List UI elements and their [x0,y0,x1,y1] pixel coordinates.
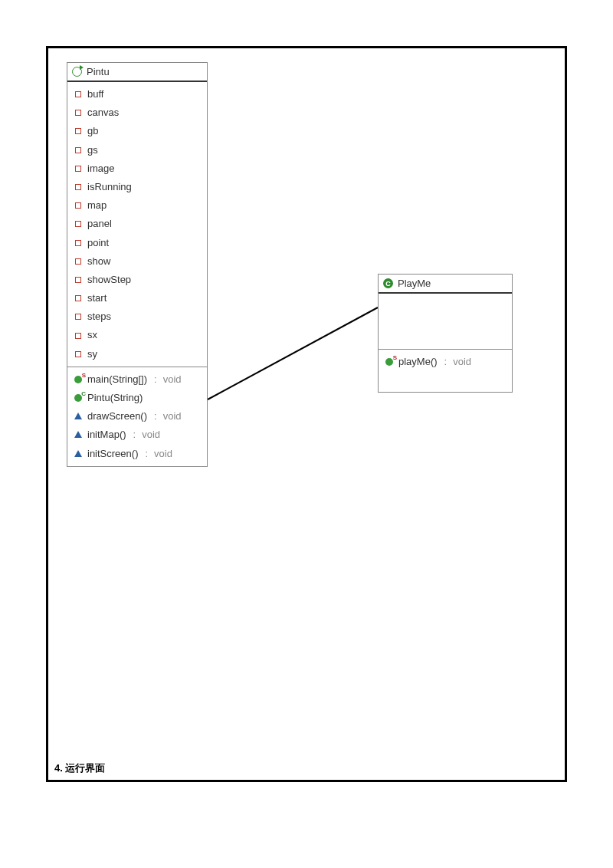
pintu-method-1: Pintu(String) [67,389,207,407]
colon: : [444,355,447,369]
return-type: void [163,409,182,423]
field-icon [75,110,81,116]
class-icon: C [383,278,393,288]
method-signature: Pintu(String) [87,391,143,405]
method-signature: drawScreen() [87,409,147,423]
field-icon [75,258,81,265]
pintu-method-0: main(String[]):void [67,370,207,389]
class-title-playme: C PlayMe [379,275,512,294]
class-name-playme: PlayMe [398,278,431,289]
field-icon [75,351,81,357]
static-method-icon [385,358,393,366]
field-icon [75,277,81,283]
pintu-field-buff: buff [67,85,207,104]
pintu-field-isRunning: isRunning [67,178,207,196]
field-name: point [87,236,109,250]
field-name: canvas [87,106,119,120]
field-name: buff [87,87,103,101]
pintu-field-image: image [67,159,207,178]
colon: : [154,409,157,423]
pintu-field-sx: sx [67,326,207,344]
caption: 4. 运行界面 [54,761,105,775]
field-name: start [87,291,107,305]
field-name: isRunning [87,180,132,194]
field-icon [75,202,81,209]
method-signature: initScreen() [87,447,138,461]
field-name: sx [87,328,97,342]
pintu-field-sy: sy [67,345,207,363]
package-method-icon [74,413,82,419]
field-name: showStep [87,273,131,287]
diagram-frame: Pintu buffcanvasgbgsimageisRunningmappan… [46,46,567,782]
method-signature: main(String[]) [87,373,147,386]
package-method-icon [74,431,82,438]
pintu-field-gb: gb [67,122,207,140]
pintu-field-gs: gs [67,141,207,159]
pintu-methods-compartment: main(String[]):voidPintu(String)drawScre… [67,367,207,466]
pintu-field-showStep: showStep [67,271,207,289]
field-name: map [87,199,107,212]
colon: : [133,428,136,442]
pintu-field-show: show [67,252,207,271]
colon: : [154,373,157,386]
pintu-method-4: initScreen():void [67,445,207,463]
pintu-field-map: map [67,196,207,215]
field-name: sy [87,347,97,361]
field-icon [75,128,81,134]
pintu-fields-compartment: buffcanvasgbgsimageisRunningmappanelpoin… [67,82,207,367]
pintu-field-point: point [67,234,207,252]
class-box-playme: C PlayMe playMe():void [378,274,513,393]
field-name: gs [87,143,98,157]
page: Pintu buffcanvasgbgsimageisRunningmappan… [0,0,613,868]
field-icon [75,91,81,97]
field-name: gb [87,124,98,138]
field-name: image [87,162,114,176]
field-name: steps [87,310,111,324]
method-signature: initMap() [87,428,126,442]
field-icon [75,166,81,172]
field-icon [75,240,81,246]
package-method-icon [74,450,82,457]
svg-line-0 [208,307,378,399]
playme-methods-compartment: playMe():void [379,349,512,392]
pintu-method-2: drawScreen():void [67,407,207,426]
class-name-pintu: Pintu [87,66,110,77]
playme-fields-compartment [379,294,512,349]
field-icon [75,295,81,301]
field-icon [75,333,81,339]
method-signature: playMe() [398,355,438,369]
class-runnable-icon [72,67,82,77]
constructor-icon [74,394,82,402]
colon: : [145,447,148,461]
static-method-icon [74,376,82,383]
field-name: show [87,255,110,268]
field-icon [75,314,81,320]
field-name: panel [87,217,112,231]
field-icon [75,147,81,153]
field-icon [75,184,81,190]
return-type: void [142,428,160,442]
return-type: void [154,447,172,461]
field-icon [75,221,81,227]
class-title-pintu: Pintu [67,63,207,82]
playme-method-0: playMe():void [379,353,512,371]
return-type: void [453,355,471,369]
return-type: void [163,373,182,386]
pintu-field-start: start [67,289,207,307]
pintu-method-3: initMap():void [67,426,207,444]
pintu-field-steps: steps [67,307,207,326]
pintu-field-panel: panel [67,215,207,233]
pintu-field-canvas: canvas [67,104,207,122]
class-box-pintu: Pintu buffcanvasgbgsimageisRunningmappan… [67,62,208,467]
